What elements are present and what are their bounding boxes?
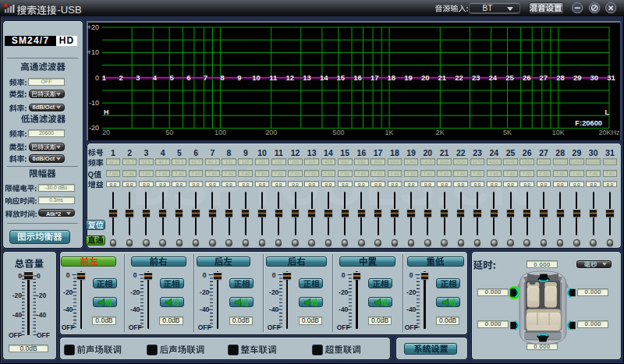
svg-text:1K: 1K xyxy=(385,129,394,136)
svg-text:-20: -20 xyxy=(339,288,349,296)
svg-text:6: 6 xyxy=(186,73,190,82)
svg-text:500: 500 xyxy=(332,129,344,136)
svg-text:-40: -40 xyxy=(269,306,279,313)
svg-text:-20: -20 xyxy=(37,292,47,299)
svg-text:7: 7 xyxy=(204,73,207,82)
svg-text:-40: -40 xyxy=(37,311,47,319)
svg-text:5: 5 xyxy=(170,73,175,82)
svg-text:-40: -40 xyxy=(406,306,417,313)
svg-text:0: 0 xyxy=(272,271,276,279)
svg-text:-20: -20 xyxy=(406,288,417,296)
svg-text:OFF: OFF xyxy=(198,323,211,331)
svg-text:23: 23 xyxy=(472,73,480,82)
svg-text:OFF: OFF xyxy=(337,323,350,331)
svg-text:28: 28 xyxy=(556,73,565,82)
svg-text:OFF: OFF xyxy=(9,331,22,339)
svg-text:-20: -20 xyxy=(200,288,210,296)
svg-text:0: 0 xyxy=(203,271,207,279)
svg-text:15: 15 xyxy=(337,73,346,82)
svg-text:5K: 5K xyxy=(503,129,512,136)
svg-text:-10: -10 xyxy=(89,99,99,107)
svg-text:200: 200 xyxy=(265,129,277,136)
svg-text:21: 21 xyxy=(438,73,447,82)
svg-text:OFF: OFF xyxy=(128,323,141,331)
svg-text:-40: -40 xyxy=(63,306,73,313)
svg-text:20: 20 xyxy=(421,73,430,82)
svg-text:20KHz: 20KHz xyxy=(598,129,620,136)
svg-text:OFF: OFF xyxy=(61,323,74,331)
svg-text:0: 0 xyxy=(410,271,413,279)
svg-text:0: 0 xyxy=(66,271,70,279)
svg-text:31: 31 xyxy=(607,73,615,82)
svg-text:F:20600: F:20600 xyxy=(575,119,602,127)
svg-text:9: 9 xyxy=(237,73,241,82)
svg-text:12: 12 xyxy=(286,73,295,82)
svg-text:-20: -20 xyxy=(130,288,140,296)
svg-text:18: 18 xyxy=(388,73,396,82)
svg-text:1: 1 xyxy=(102,73,107,82)
svg-text:L: L xyxy=(605,108,610,116)
svg-text:22: 22 xyxy=(455,73,463,82)
svg-text:3: 3 xyxy=(136,73,140,82)
svg-text:-20: -20 xyxy=(89,124,99,132)
svg-text:-20: -20 xyxy=(269,288,279,296)
svg-text:24: 24 xyxy=(489,73,498,82)
svg-text:17: 17 xyxy=(370,73,379,82)
svg-text:-40: -40 xyxy=(200,306,210,313)
svg-text:27: 27 xyxy=(540,73,548,82)
svg-text:25: 25 xyxy=(505,73,514,82)
svg-text:+10: +10 xyxy=(87,48,99,56)
svg-text:-40: -40 xyxy=(339,306,349,313)
svg-text:+20: +20 xyxy=(87,23,99,31)
svg-text:0: 0 xyxy=(37,272,41,280)
svg-text:OFF: OFF xyxy=(405,323,418,331)
svg-text:11: 11 xyxy=(269,73,278,82)
svg-text:2K: 2K xyxy=(436,129,445,136)
svg-text:0: 0 xyxy=(342,271,346,279)
svg-text:2: 2 xyxy=(119,73,123,82)
svg-text:14: 14 xyxy=(320,73,328,82)
svg-text:30: 30 xyxy=(590,73,599,82)
svg-text:26: 26 xyxy=(523,73,531,82)
svg-text:-40: -40 xyxy=(12,311,23,319)
svg-text:-40: -40 xyxy=(130,306,140,313)
svg-text:0: 0 xyxy=(18,272,22,280)
svg-text:8: 8 xyxy=(221,73,225,82)
svg-text:0: 0 xyxy=(95,74,99,82)
svg-text:10K: 10K xyxy=(552,129,565,136)
svg-text:29: 29 xyxy=(573,73,582,82)
svg-text:13: 13 xyxy=(303,73,311,82)
svg-text:-20: -20 xyxy=(12,292,23,299)
svg-text:100: 100 xyxy=(214,129,226,136)
svg-text:50: 50 xyxy=(165,129,173,136)
svg-text:OFF: OFF xyxy=(268,323,281,331)
svg-text:H: H xyxy=(104,108,109,116)
svg-text:19: 19 xyxy=(404,73,413,82)
svg-text:16: 16 xyxy=(353,73,362,82)
svg-text:4: 4 xyxy=(153,73,158,82)
svg-text:0: 0 xyxy=(133,271,137,279)
svg-text:20: 20 xyxy=(102,129,110,136)
svg-text:-20: -20 xyxy=(63,288,73,296)
svg-text:10: 10 xyxy=(252,73,261,82)
